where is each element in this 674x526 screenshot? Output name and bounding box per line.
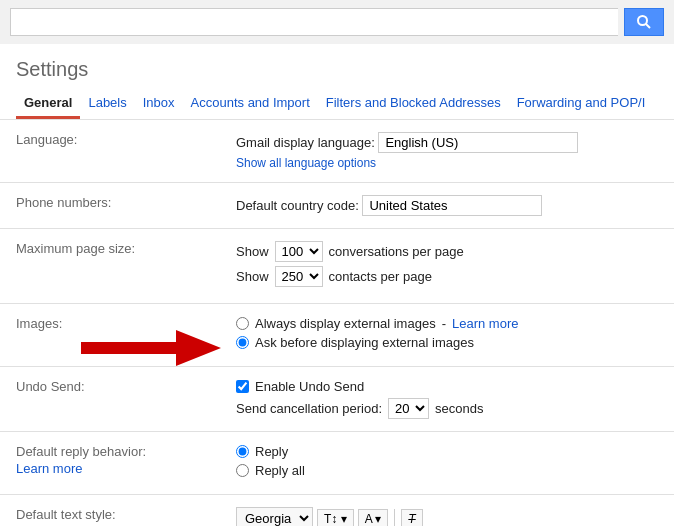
search-input[interactable] xyxy=(10,8,618,36)
reply-label: Reply xyxy=(255,444,288,459)
page-size-value: Show 100 conversations per page Show 250… xyxy=(220,229,674,304)
tab-forwarding[interactable]: Forwarding and POP/I xyxy=(509,89,654,119)
images-value: Always display external images - Learn m… xyxy=(220,304,674,367)
tab-labels[interactable]: Labels xyxy=(80,89,134,119)
always-display-label: Always display external images xyxy=(255,316,436,331)
conversations-select[interactable]: 100 xyxy=(275,241,323,262)
arrow-container xyxy=(81,330,221,366)
svg-rect-2 xyxy=(81,342,181,354)
reply-all-radio[interactable] xyxy=(236,464,249,477)
language-value: Gmail display language: Show all languag… xyxy=(220,120,674,183)
ask-before-row: Ask before displaying external images xyxy=(236,335,658,350)
enable-undo-label: Enable Undo Send xyxy=(255,379,364,394)
font-color-button[interactable]: A ▾ xyxy=(358,509,389,527)
show1-suffix: conversations per page xyxy=(329,244,464,259)
language-display-row: Gmail display language: xyxy=(236,132,658,153)
show2-label: Show xyxy=(236,269,269,284)
tab-filters[interactable]: Filters and Blocked Addresses xyxy=(318,89,509,119)
reply-all-row: Reply all xyxy=(236,463,658,478)
show2-suffix: contacts per page xyxy=(329,269,432,284)
language-display-label: Gmail display language: xyxy=(236,135,375,150)
text-style-row: Default text style: (Use the 'Remove For… xyxy=(0,495,674,527)
default-reply-label: Default reply behavior: Learn more xyxy=(0,432,220,495)
main-content: Settings General Labels Inbox Accounts a… xyxy=(0,44,674,526)
ask-before-radio[interactable] xyxy=(236,336,249,349)
text-style-label-cell: Default text style: (Use the 'Remove For… xyxy=(0,495,220,527)
language-label: Language: xyxy=(0,120,220,183)
cancel-label: Send cancellation period: xyxy=(236,401,382,416)
font-size-button[interactable]: T↕ ▾ xyxy=(317,509,354,527)
svg-point-0 xyxy=(638,16,647,25)
show1-label: Show xyxy=(236,244,269,259)
svg-marker-3 xyxy=(176,330,221,366)
seconds-label: seconds xyxy=(435,401,483,416)
font-select[interactable]: Georgia xyxy=(236,507,313,526)
page-size-label: Maximum page size: xyxy=(0,229,220,304)
default-reply-text: Default reply behavior: xyxy=(16,444,146,459)
text-style-label: Default text style: xyxy=(16,507,204,522)
language-row: Language: Gmail display language: Show a… xyxy=(0,120,674,183)
search-bar xyxy=(0,0,674,44)
red-arrow-icon xyxy=(81,330,221,366)
page-title: Settings xyxy=(0,44,674,89)
text-style-toolbar: Georgia T↕ ▾ A ▾ T xyxy=(236,507,658,526)
cancel-period-row: Send cancellation period: 20 seconds xyxy=(236,398,658,419)
phone-value: Default country code: xyxy=(220,183,674,229)
default-reply-value: Reply Reply all xyxy=(220,432,674,495)
default-reply-row: Default reply behavior: Learn more Reply… xyxy=(0,432,674,495)
undo-send-value: Enable Undo Send Send cancellation perio… xyxy=(220,367,674,432)
always-display-row: Always display external images - Learn m… xyxy=(236,316,658,331)
language-input[interactable] xyxy=(378,132,578,153)
images-learn-more-link[interactable]: Learn more xyxy=(452,316,518,331)
tab-inbox[interactable]: Inbox xyxy=(135,89,183,119)
phone-display-label: Default country code: xyxy=(236,198,359,213)
page-size-row: Maximum page size: Show 100 conversation… xyxy=(0,229,674,304)
always-display-radio[interactable] xyxy=(236,317,249,330)
show-language-link[interactable]: Show all language options xyxy=(236,156,658,170)
conversations-row: Show 100 conversations per page xyxy=(236,241,658,262)
reply-all-label: Reply all xyxy=(255,463,305,478)
svg-line-1 xyxy=(646,24,650,28)
phone-input[interactable] xyxy=(362,195,542,216)
text-style-value: Georgia T↕ ▾ A ▾ T This is what your bod… xyxy=(220,495,674,527)
contacts-select[interactable]: 250 xyxy=(275,266,323,287)
search-icon xyxy=(636,14,652,30)
settings-table: Language: Gmail display language: Show a… xyxy=(0,120,674,526)
phone-label: Phone numbers: xyxy=(0,183,220,229)
search-button[interactable] xyxy=(624,8,664,36)
cancel-period-select[interactable]: 20 xyxy=(388,398,429,419)
images-row: Images: Always display external images - xyxy=(0,304,674,367)
undo-send-label: Undo Send: xyxy=(0,367,220,432)
phone-row: Phone numbers: Default country code: xyxy=(0,183,674,229)
tab-general[interactable]: General xyxy=(16,89,80,119)
undo-send-row: Undo Send: Enable Undo Send Send cancell… xyxy=(0,367,674,432)
images-section: Always display external images - Learn m… xyxy=(236,316,658,350)
reply-row: Reply xyxy=(236,444,658,459)
ask-before-label: Ask before displaying external images xyxy=(255,335,474,350)
remove-format-button[interactable]: T xyxy=(401,509,422,527)
tab-accounts-import[interactable]: Accounts and Import xyxy=(183,89,318,119)
enable-undo-checkbox[interactable] xyxy=(236,380,249,393)
contacts-row: Show 250 contacts per page xyxy=(236,266,658,287)
toolbar-divider xyxy=(394,509,395,527)
reply-learn-more-link[interactable]: Learn more xyxy=(16,461,204,476)
reply-radio[interactable] xyxy=(236,445,249,458)
settings-tabs: General Labels Inbox Accounts and Import… xyxy=(0,89,674,120)
enable-undo-row: Enable Undo Send xyxy=(236,379,658,394)
